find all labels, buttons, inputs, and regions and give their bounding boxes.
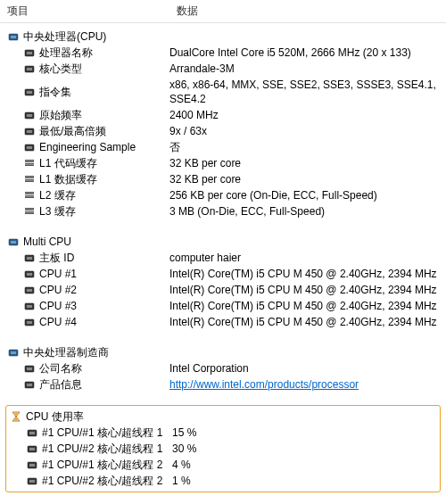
property-value: 3 MB (On-Die, ECC, Full-Speed): [169, 204, 446, 219]
chip-icon: [23, 378, 36, 391]
property-label: 原始频率: [39, 108, 82, 122]
cache-icon: [23, 157, 36, 169]
property-value: 32 KB per core: [169, 156, 446, 170]
property-row[interactable]: 原始频率2400 MHz: [0, 107, 446, 123]
property-label: CPU #3: [39, 299, 77, 313]
property-value: 4 %: [172, 458, 440, 472]
property-row[interactable]: L2 缓存256 KB per core (On-Die, ECC, Full-…: [0, 187, 446, 203]
property-value: 15 %: [172, 426, 440, 440]
property-value: DualCore Intel Core i5 520M, 2666 MHz (2…: [169, 45, 446, 60]
section-title: 中央处理器(CPU): [23, 29, 106, 44]
property-row[interactable]: 指令集x86, x86-64, MMX, SSE, SSE2, SSE3, SS…: [0, 77, 446, 107]
chip-icon: [23, 284, 36, 296]
property-value: http://www.intel.com/products/processor: [169, 377, 446, 392]
chip-icon: [23, 300, 36, 312]
property-label: 主板 ID: [39, 251, 74, 265]
chip-icon: [23, 46, 36, 59]
property-value: 32 KB per core: [169, 172, 446, 186]
property-row[interactable]: #1 CPU/#1 核心/超线程 24 %: [6, 457, 440, 473]
property-label: #1 CPU/#1 核心/超线程 2: [42, 458, 162, 472]
chip-icon: [23, 62, 36, 75]
property-value: x86, x86-64, MMX, SSE, SSE2, SSE3, SSSE3…: [169, 78, 446, 106]
property-value: 256 KB per core (On-Die, ECC, Full-Speed…: [169, 188, 446, 202]
property-row[interactable]: #1 CPU/#1 核心/超线程 115 %: [6, 425, 440, 441]
property-row[interactable]: CPU #4Intel(R) Core(TM) i5 CPU M 450 @ 2…: [0, 314, 446, 330]
cache-icon: [23, 189, 36, 202]
property-label: L3 缓存: [39, 204, 76, 219]
property-row[interactable]: 公司名称Intel Corporation: [0, 360, 446, 376]
section-cpu: 中央处理器(CPU) 处理器名称DualCore Intel Core i5 5…: [0, 29, 446, 219]
property-value: Arrandale-3M: [169, 62, 446, 76]
property-label: CPU #1: [39, 267, 77, 281]
property-row[interactable]: CPU #1Intel(R) Core(TM) i5 CPU M 450 @ 2…: [0, 266, 446, 282]
chip-icon: [26, 442, 38, 455]
property-label: 公司名称: [39, 361, 82, 376]
product-link[interactable]: http://www.intel.com/products/processor: [169, 378, 359, 391]
section-title: 中央处理器制造商: [23, 345, 109, 359]
property-label: #1 CPU/#1 核心/超线程 1: [42, 426, 162, 440]
section-header-usage[interactable]: CPU 使用率: [6, 409, 440, 425]
cpu-icon: [7, 346, 20, 359]
property-label: L1 数据缓存: [39, 172, 97, 186]
section-header-cpu[interactable]: 中央处理器(CPU): [0, 29, 446, 45]
section-header-manufacturer[interactable]: 中央处理器制造商: [0, 344, 446, 360]
hourglass-icon: [10, 410, 22, 423]
chip-icon: [26, 459, 38, 471]
chip-icon: [23, 141, 36, 153]
property-row[interactable]: 最低/最高倍频9x / 63x: [0, 123, 446, 139]
property-value: Intel(R) Core(TM) i5 CPU M 450 @ 2.40GHz…: [169, 283, 446, 297]
property-row[interactable]: #1 CPU/#2 核心/超线程 130 %: [6, 441, 440, 457]
property-label: Engineering Sample: [39, 140, 136, 154]
property-label: #1 CPU/#2 核心/超线程 1: [42, 442, 162, 456]
property-row[interactable]: 核心类型Arrandale-3M: [0, 61, 446, 77]
property-row[interactable]: L1 代码缓存32 KB per core: [0, 155, 446, 171]
chip-icon: [23, 86, 36, 98]
chip-icon: [23, 109, 36, 121]
property-row[interactable]: Engineering Sample否: [0, 139, 446, 155]
chip-icon: [23, 125, 36, 137]
property-row[interactable]: CPU #2Intel(R) Core(TM) i5 CPU M 450 @ 2…: [0, 282, 446, 298]
section-manufacturer: 中央处理器制造商 公司名称Intel Corporation产品信息http:/…: [0, 344, 446, 392]
section-title: CPU 使用率: [26, 409, 84, 424]
property-value: 否: [169, 140, 446, 154]
property-value: Intel(R) Core(TM) i5 CPU M 450 @ 2.40GHz…: [169, 299, 446, 313]
property-row[interactable]: L1 数据缓存32 KB per core: [0, 171, 446, 187]
property-value: 9x / 63x: [169, 124, 446, 138]
section-header-multicpu[interactable]: Multi CPU: [0, 234, 446, 250]
property-row[interactable]: L3 缓存3 MB (On-Die, ECC, Full-Speed): [0, 203, 446, 219]
header-data[interactable]: 数据: [177, 4, 446, 19]
property-value: Intel Corporation: [169, 361, 446, 376]
property-value: computer haier: [169, 251, 446, 265]
chip-icon: [23, 362, 36, 375]
property-label: 指令集: [39, 85, 71, 99]
property-value: Intel(R) Core(TM) i5 CPU M 450 @ 2.40GHz…: [169, 315, 446, 329]
chip-icon: [23, 252, 36, 264]
property-row[interactable]: 主板 IDcomputer haier: [0, 250, 446, 266]
property-value: 30 %: [172, 442, 440, 456]
property-label: 最低/最高倍频: [39, 124, 106, 138]
property-label: CPU #4: [39, 315, 77, 329]
section-title: Multi CPU: [23, 235, 71, 249]
cache-icon: [23, 205, 36, 218]
header-item[interactable]: 项目: [7, 4, 177, 19]
property-value: 2400 MHz: [169, 108, 446, 122]
chip-icon: [26, 426, 38, 439]
property-row[interactable]: CPU #3Intel(R) Core(TM) i5 CPU M 450 @ 2…: [0, 298, 446, 314]
property-row[interactable]: 处理器名称DualCore Intel Core i5 520M, 2666 M…: [0, 45, 446, 61]
cpu-icon: [7, 235, 20, 248]
property-label: L1 代码缓存: [39, 156, 97, 170]
chip-icon: [23, 268, 36, 280]
section-cpu-usage-highlight: CPU 使用率 #1 CPU/#1 核心/超线程 115 %#1 CPU/#2 …: [5, 405, 441, 492]
property-row[interactable]: 产品信息http://www.intel.com/products/proces…: [0, 376, 446, 392]
property-label: 产品信息: [39, 377, 82, 392]
property-label: CPU #2: [39, 283, 77, 297]
chip-icon: [23, 316, 36, 328]
property-label: 核心类型: [39, 62, 82, 76]
section-multicpu: Multi CPU 主板 IDcomputer haierCPU #1Intel…: [0, 234, 446, 330]
column-headers: 项目 数据: [0, 0, 446, 23]
cpu-icon: [7, 30, 20, 43]
property-row[interactable]: #1 CPU/#2 核心/超线程 21 %: [6, 473, 440, 489]
property-label: #1 CPU/#2 核心/超线程 2: [42, 474, 162, 488]
property-value: 1 %: [172, 474, 440, 488]
property-value: Intel(R) Core(TM) i5 CPU M 450 @ 2.40GHz…: [169, 267, 446, 281]
